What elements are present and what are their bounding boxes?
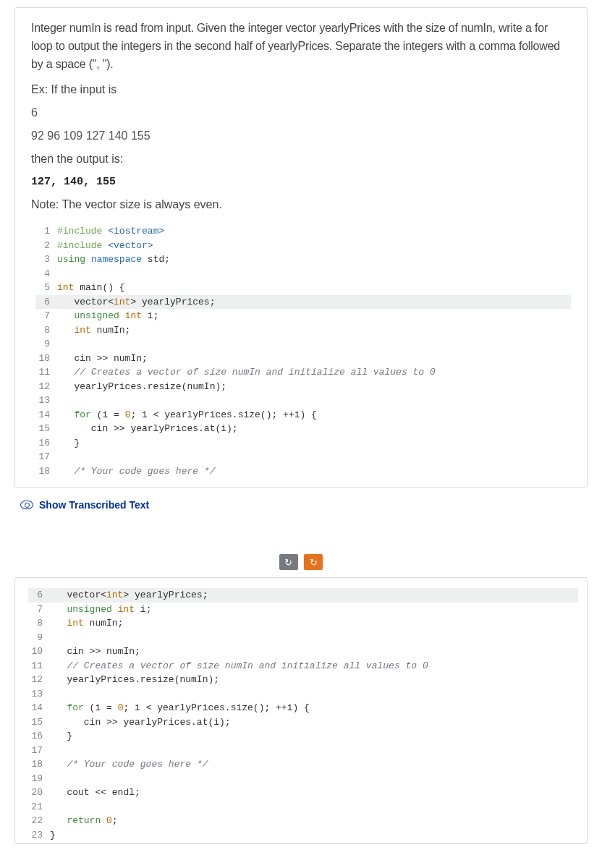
code-line: 15 cin >> yearlyPrices.at(i); [28,715,578,730]
code-text: cin >> yearlyPrices.at(i); [57,422,571,436]
code-block-full: 6 vector<int> yearlyPrices;7 unsigned in… [24,585,578,842]
code-line: 18 /* Your code goes here */ [35,464,571,479]
code-line: 3using namespace std; [35,252,571,267]
code-text: cin >> numIn; [50,644,578,659]
eye-icon [20,501,33,509]
line-number: 10 [35,352,57,366]
line-number: 1 [35,224,57,239]
show-transcribed-label: Show Transcribed Text [39,499,149,511]
code-line: 7 unsigned int i; [28,603,578,617]
code-line: 7 unsigned int i; [35,309,571,323]
code-text: /* Your code goes here */ [57,464,571,479]
code-line: 16 } [35,436,571,451]
code-text: // Creates a vector of size numIn and in… [57,365,571,380]
code-block-starter: 1#include <iostream>2#include <vector>3u… [31,221,571,478]
line-number: 11 [35,365,57,380]
line-number: 3 [35,252,57,267]
line-number: 8 [28,616,50,631]
code-text: vector<int> yearlyPrices; [57,295,571,310]
example-input-1: 6 [31,106,571,119]
expected-output: 127, 140, 155 [31,176,571,188]
line-number: 7 [28,603,50,617]
code-text: cout << endl; [50,786,578,800]
line-number: 14 [28,701,50,715]
code-line: 18 /* Your code goes here */ [28,757,578,772]
line-number: 10 [28,644,50,659]
code-text [50,744,578,758]
line-number: 16 [35,436,57,451]
code-line: 5int main() { [35,281,571,295]
line-number: 4 [35,267,57,281]
example-label: Ex: If the input is [31,83,571,96]
code-line: 8 int numIn; [28,616,578,631]
code-line: 12 yearlyPrices.resize(numIn); [35,380,571,394]
line-number: 17 [35,450,57,464]
line-number: 9 [28,631,50,645]
code-text: unsigned int i; [50,603,578,617]
code-line: 2#include <vector> [35,239,571,253]
line-number: 7 [35,309,57,323]
code-text: #include <vector> [57,239,571,253]
line-number: 5 [35,281,57,295]
problem-prompt: Integer numIn is read from input. Given … [31,20,571,73]
line-number: 20 [28,786,50,800]
show-transcribed-text-toggle[interactable]: Show Transcribed Text [20,499,588,511]
line-number: 12 [35,380,57,394]
code-text: cin >> numIn; [57,352,571,366]
code-line: 9 [28,631,578,645]
code-line: 16 } [28,729,578,744]
code-text: int numIn; [50,616,578,631]
code-line: 22 return 0; [28,814,578,828]
code-line: 17 [35,450,571,464]
line-number: 21 [28,800,50,814]
line-number: 19 [28,772,50,786]
code-text: /* Your code goes here */ [50,757,578,772]
code-text: vector<int> yearlyPrices; [50,588,578,603]
line-number: 8 [35,323,57,338]
code-text: yearlyPrices.resize(numIn); [57,380,571,394]
code-line: 6 vector<int> yearlyPrices; [28,588,578,603]
problem-card: Integer numIn is read from input. Given … [14,7,588,488]
line-number: 6 [28,588,50,603]
code-text [57,267,571,281]
line-number: 2 [35,239,57,253]
redo-button[interactable]: ↻ [304,554,323,570]
code-text [50,631,578,645]
code-text [57,337,571,352]
line-number: 6 [35,295,57,310]
code-line: 10 cin >> numIn; [28,644,578,659]
line-number: 12 [28,673,50,687]
code-line: 8 int numIn; [35,323,571,338]
code-line: 14 for (i = 0; i < yearlyPrices.size(); … [28,701,578,715]
line-number: 22 [28,814,50,828]
code-line: 14 for (i = 0; i < yearlyPrices.size(); … [35,408,571,422]
code-text [57,393,571,408]
code-line: 9 [35,337,571,352]
code-line: 13 [28,687,578,702]
line-number: 11 [28,659,50,673]
code-line: 11 // Creates a vector of size numIn and… [28,659,578,673]
code-text: cin >> yearlyPrices.at(i); [50,715,578,730]
code-text: for (i = 0; i < yearlyPrices.size(); ++i… [50,701,578,715]
code-line: 4 [35,267,571,281]
code-text: return 0; [50,814,578,828]
code-text: yearlyPrices.resize(numIn); [50,673,578,687]
line-number: 13 [35,393,57,408]
code-line: 11 // Creates a vector of size numIn and… [35,365,571,380]
code-text [50,687,578,702]
note-text: Note: The vector size is always even. [31,198,571,211]
code-text: } [50,729,578,744]
then-output-label: then the output is: [31,153,571,166]
line-number: 18 [35,464,57,479]
code-text: #include <iostream> [57,224,571,239]
line-number: 9 [35,337,57,352]
code-text: // Creates a vector of size numIn and in… [50,659,578,673]
code-line: 21 [28,800,578,814]
code-line: 19 [28,772,578,786]
undo-button[interactable]: ↻ [279,554,298,570]
line-number: 16 [28,729,50,744]
line-number: 13 [28,687,50,702]
code-text [50,772,578,786]
line-number: 23 [28,828,50,843]
line-number: 15 [28,715,50,730]
